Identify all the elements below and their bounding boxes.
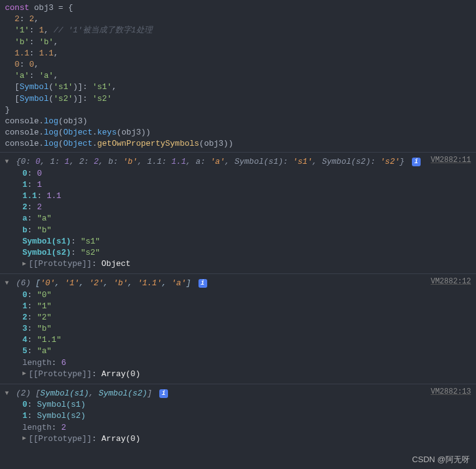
chevron-right-icon[interactable] — [22, 434, 29, 443]
array-entry: 3: "b" — [5, 323, 471, 334]
source-link-2[interactable]: VM2882:12 — [431, 277, 471, 287]
chevron-down-icon[interactable] — [5, 279, 11, 288]
code-line: console.log(Object.getOwnPropertySymbols… — [5, 138, 471, 149]
array-entry: 0: "0" — [5, 290, 471, 301]
array-summary: [Symbol(s1), Symbol(s2)] — [35, 389, 152, 398]
object-entry: Symbol(s1): "s1" — [5, 236, 471, 247]
length-key: length — [22, 358, 52, 367]
code-line: console.log(obj3) — [5, 116, 471, 127]
console-output-1: VM2882:11 {0: 0, 1: 1, 2: 2, b: 'b', 1.1… — [0, 152, 476, 273]
array-entry: 1: Symbol(s2) — [5, 410, 471, 422]
info-icon[interactable]: i — [198, 279, 207, 288]
code-line: 0: 0, — [5, 59, 471, 70]
expand-row-3[interactable]: (2) [Symbol(s1), Symbol(s2)] i — [5, 388, 471, 399]
watermark: CSDN @阿无呀 — [412, 454, 470, 465]
prototype-row[interactable]: [[Prototype]]: Array(0) — [5, 369, 471, 380]
code-line: 2: 2, — [5, 14, 471, 25]
object-entry: 0: 0 — [5, 168, 471, 179]
info-icon[interactable]: i — [159, 389, 168, 398]
array-length: (2) — [16, 389, 30, 398]
prototype-value: Array(0) — [101, 369, 140, 379]
code-line: [Symbol('s1')]: 's1', — [5, 82, 471, 93]
object-entry: 2: 2 — [5, 202, 471, 213]
array-summary: ['0', '1', '2', 'b', '1.1', 'a'] — [35, 278, 191, 288]
array-length: (6) — [16, 278, 30, 288]
expand-row-2[interactable]: (6) ['0', '1', '2', 'b', '1.1', 'a'] i — [5, 278, 471, 289]
code-editor: const obj3 = { 2: 2, '1': 1, // '1'被当成了数… — [0, 0, 476, 152]
array-entry: 1: "1" — [5, 301, 471, 312]
length-key: length — [22, 423, 52, 432]
chevron-down-icon[interactable] — [5, 389, 11, 398]
array-entry: 0: Symbol(s1) — [5, 399, 471, 410]
chevron-down-icon[interactable] — [5, 158, 11, 166]
array-entry: 4: "1.1" — [5, 334, 471, 346]
prototype-row[interactable]: [[Prototype]]: Array(0) — [5, 433, 471, 445]
chevron-right-icon[interactable] — [22, 260, 29, 268]
length-value: 6 — [61, 358, 66, 367]
prototype-label: [[Prototype]] — [29, 434, 91, 443]
code-line: 'a': 'a', — [5, 70, 471, 82]
array-entry: 2: "2" — [5, 312, 471, 323]
code-line: console.log(Object.keys(obj3)) — [5, 127, 471, 138]
code-line: [Symbol('s2')]: 's2' — [5, 93, 471, 105]
prototype-label: [[Prototype]] — [29, 259, 91, 268]
console-output-2: VM2882:12 (6) ['0', '1', '2', 'b', '1.1'… — [0, 273, 476, 384]
console-output-3: VM2882:13 (2) [Symbol(s1), Symbol(s2)] i… — [0, 384, 476, 448]
code-line: '1': 1, // '1'被当成了数字1处理 — [5, 25, 471, 36]
code-line: } — [5, 105, 471, 116]
object-entry: 1: 1 — [5, 179, 471, 191]
length-value: 2 — [61, 423, 66, 432]
object-entry: Symbol(s2): "s2" — [5, 247, 471, 258]
chevron-right-icon[interactable] — [22, 369, 29, 378]
prototype-value: Array(0) — [101, 434, 140, 443]
info-icon[interactable]: i — [412, 158, 421, 166]
array-entry: 5: "a" — [5, 346, 471, 357]
prototype-row[interactable]: [[Prototype]]: Object — [5, 258, 471, 270]
code-line: 'b': 'b', — [5, 37, 471, 48]
code-line: 1.1: 1.1, — [5, 48, 471, 59]
expand-row-1[interactable]: {0: 0, 1: 1, 2: 2, b: 'b', 1.1: 1.1, a: … — [5, 156, 471, 168]
object-summary: {0: 0, 1: 1, 2: 2, b: 'b', 1.1: 1.1, a: … — [16, 157, 404, 166]
prototype-label: [[Prototype]] — [29, 369, 91, 379]
object-entry: a: "a" — [5, 213, 471, 224]
code-line: const obj3 = { — [5, 2, 471, 14]
prototype-value: Object — [101, 259, 131, 268]
object-entry: b: "b" — [5, 225, 471, 236]
object-entry: 1.1: 1.1 — [5, 191, 471, 202]
source-link-3[interactable]: VM2882:13 — [431, 387, 471, 397]
source-link-1[interactable]: VM2882:11 — [431, 155, 471, 166]
